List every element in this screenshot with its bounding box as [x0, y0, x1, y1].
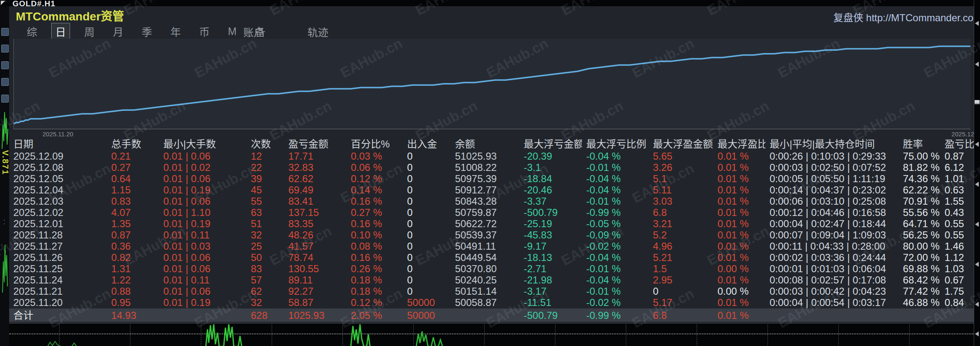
table-cell: 2025.12.08 — [9, 162, 107, 173]
price-marker-arrow-icon — [975, 62, 979, 67]
table-row[interactable]: 2025.12.090.210.01 | 0.061217.710.03 %05… — [9, 150, 974, 162]
table-cell: 0 — [649, 286, 713, 297]
table-cell: -0.04 % — [582, 252, 649, 263]
daily-stats-table: 日期总手数最小|大手数次数盈亏金额百分比%出入金余额最大浮亏金额最大浮亏比例最大… — [9, 137, 974, 322]
table-cell: 5.21 — [649, 252, 713, 263]
table-cell: 0.88 — [107, 286, 159, 297]
table-cell: 0.12 % — [347, 297, 403, 308]
table-cell: 62.62 — [284, 173, 347, 184]
tab-季[interactable]: 季 — [138, 23, 156, 40]
table-cell: 合计 — [9, 310, 107, 321]
table-row[interactable]: 2025.11.280.870.01 | 0.113248.260.10 %05… — [9, 229, 974, 241]
table-cell: 0.36 — [107, 241, 159, 252]
table-cell: -3.17 — [520, 286, 582, 297]
table-cell: 1.01 — [940, 173, 974, 184]
table-cell: 0.01 % — [713, 310, 765, 321]
table-cell: 137.15 — [284, 207, 347, 218]
table-row[interactable]: 2025.12.024.070.01 | 1.1063137.150.27 %0… — [9, 207, 974, 218]
toolbar-icon[interactable] — [1, 45, 9, 53]
table-cell: -18.84 — [520, 173, 582, 184]
vendor-link[interactable]: 复盘侠 http://MTCommander.co — [833, 10, 973, 24]
table-row[interactable]: 2025.11.241.220.01 | 0.115789.110.18 %05… — [9, 274, 974, 286]
table-header-row: 日期总手数最小|大手数次数盈亏金额百分比%出入金余额最大浮亏金额最大浮亏比例最大… — [9, 137, 974, 150]
grid-dashed-line — [909, 324, 910, 346]
table-cell: 0.01 | 0.19 — [159, 297, 247, 308]
column-header: 最大浮盈比例 — [713, 138, 765, 150]
column-header: 百分比% — [347, 138, 403, 150]
table-row[interactable]: 2025.11.200.950.01 | 0.193258.870.12 %50… — [9, 297, 974, 308]
grid-dashed-line — [768, 324, 768, 346]
grid-dashed-line — [838, 324, 839, 346]
tab-综[interactable]: 综 — [22, 23, 41, 40]
column-header: 总手数 — [107, 138, 159, 150]
table-row[interactable]: 2025.12.041.150.01 | 0.194569.490.14 %05… — [9, 184, 974, 196]
table-cell: 0.01 % — [713, 218, 765, 229]
tab-月[interactable]: 月 — [109, 23, 128, 40]
table-cell: 0.06 % — [347, 162, 403, 173]
column-header: 最大浮亏比例 — [582, 138, 649, 150]
track-button[interactable]: 轨迹 — [308, 24, 328, 39]
table-cell: 50 — [247, 252, 284, 263]
account-button[interactable]: 账户 — [243, 24, 264, 39]
table-row[interactable]: 2025.12.011.350.01 | 0.195183.350.16 %05… — [9, 218, 974, 229]
table-cell: 0.16 % — [347, 218, 403, 229]
tab-日[interactable]: 日 — [51, 23, 70, 40]
table-cell: 70.91 % — [899, 196, 940, 207]
table-cell: 0.01 % — [713, 229, 765, 241]
tab-M[interactable]: M — [224, 25, 241, 38]
table-cell: 0.55 — [940, 218, 974, 229]
tab-币[interactable]: 币 — [195, 23, 214, 40]
underlying-chart-price-axis — [974, 0, 980, 346]
underlying-chart-top-strip: GOLD#.H1 — [0, 0, 980, 7]
table-cell: 0.01 | 0.19 — [159, 184, 247, 196]
table-cell: 2025.12.03 — [9, 196, 107, 207]
toolbar-icon[interactable] — [1, 78, 9, 86]
table-cell: 0.95 — [107, 297, 159, 308]
table-cell: 2025.11.24 — [9, 274, 107, 286]
table-cell: 48.26 — [284, 229, 347, 241]
table-cell: -0.01 % — [582, 162, 649, 173]
table-cell: 0.01 | 0.06 — [159, 263, 247, 274]
tab-年[interactable]: 年 — [166, 23, 185, 40]
table-cell: 12 — [247, 150, 284, 162]
table-cell: 0:00:14 | 0:04:37 | 0:23:02 — [765, 184, 899, 196]
table-row[interactable]: 2025.12.080.270.01 | 0.022232.830.06 %05… — [9, 162, 974, 173]
table-cell: -11.51 — [520, 297, 582, 308]
table-row[interactable]: 2025.11.210.880.01 | 0.066292.270.18 %05… — [9, 286, 974, 297]
table-row[interactable]: 2025.11.270.360.01 | 0.032541.570.08 %05… — [9, 241, 974, 252]
column-header: 最大浮亏金额 — [520, 138, 582, 150]
table-cell: 0 — [403, 150, 451, 162]
table-row[interactable]: 2025.11.251.310.01 | 0.0683130.550.26 %0… — [9, 263, 974, 274]
table-cell: 0.01 | 0.03 — [159, 241, 247, 252]
table-row[interactable]: 2025.12.030.830.01 | 0.065583.410.16 %05… — [9, 196, 974, 207]
table-cell: 51008.22 — [451, 162, 520, 173]
grid-dashed-line — [697, 324, 697, 346]
table-cell: 92.27 — [284, 286, 347, 297]
table-cell: 0.16 % — [347, 196, 403, 207]
table-cell: 22 — [247, 162, 284, 173]
table-cell: 0:00:02 | 0:03:36 | 0:24:44 — [765, 252, 899, 263]
equity-chart-area — [13, 39, 970, 129]
table-cell: 0:00:06 | 0:03:10 | 0:25:08 — [765, 196, 899, 207]
column-header: 出入金 — [403, 138, 451, 150]
table-cell: 83.35 — [284, 218, 347, 229]
table-cell: -0.01 % — [582, 196, 649, 207]
table-cell: 0.21 — [107, 150, 159, 162]
toolbar-icon[interactable] — [1, 95, 9, 103]
table-total-row[interactable]: 合计14.936281025.932.05 %50000-500.79-0.99… — [9, 308, 974, 322]
table-cell: 14.93 — [107, 310, 159, 321]
table-row[interactable]: 2025.12.050.640.01 | 0.063962.620.12 %05… — [9, 173, 974, 184]
tab-周[interactable]: 周 — [80, 23, 99, 40]
table-cell: 0:00:03 | 0:02:50 | 0:07:52 — [765, 162, 899, 173]
table-cell: 0 — [403, 286, 451, 297]
table-cell: 0 — [403, 162, 451, 173]
table-row[interactable]: 2025.11.260.820.01 | 0.065078.740.16 %05… — [9, 252, 974, 263]
table-cell: 0:00:08 | 0:02:57 | 0:17:08 — [765, 274, 899, 286]
table-cell: 5.65 — [649, 150, 713, 162]
toolbar-icon[interactable] — [1, 28, 9, 36]
table-cell: 50539.37 — [451, 229, 520, 241]
table-cell: -0.04 % — [582, 274, 649, 286]
toolbar-icon[interactable] — [1, 61, 9, 69]
table-cell: -0.02 % — [582, 297, 649, 308]
table-cell: 6.8 — [649, 207, 713, 218]
